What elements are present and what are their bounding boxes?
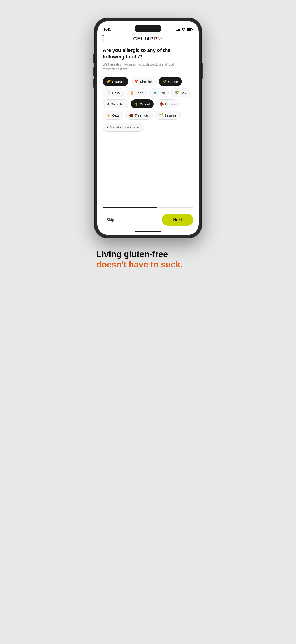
signal-bar-4 [179, 28, 180, 31]
allergy-chip-oats[interactable]: 🌾 Oats [103, 111, 123, 120]
battery-icon [187, 28, 192, 31]
soy-label: Soy [180, 91, 186, 95]
next-button[interactable]: Next [162, 214, 193, 226]
fish-label: Fish [158, 91, 165, 95]
progress-bar-track [103, 207, 193, 208]
tagline-line1: Living gluten-free [96, 249, 200, 260]
shellfish-label: Shellfish [140, 80, 153, 84]
beans-label: Beans [165, 102, 175, 106]
dairy-icon: 🥛 [107, 91, 111, 95]
eggs-icon: 🥚 [130, 91, 134, 95]
allergy-grid: 🥜 Peanuts 🦞 Shellfish 🌾 Gluten 🥛 Dairy [103, 77, 193, 120]
back-button[interactable]: ‹ [102, 36, 104, 42]
allergy-chip-beans[interactable]: 🫘 Beans [156, 100, 179, 108]
tagline: Living gluten-free doesn't have to suck. [94, 249, 202, 270]
allergy-chip-dairy[interactable]: 🥛 Dairy [103, 88, 124, 97]
allergy-chip-peanuts[interactable]: 🥜 Peanuts [103, 77, 128, 86]
wheat-label: Wheat [140, 102, 150, 106]
phone-screen: 9:41 [97, 21, 199, 235]
allergy-chip-tree-nuts[interactable]: 🌰 Tree nuts [125, 111, 153, 120]
add-allergy-button[interactable]: + Add allergy not listed [103, 123, 144, 132]
allergy-chip-soy[interactable]: 🌿 Soy [171, 88, 190, 97]
dairy-label: Dairy [112, 91, 120, 95]
wifi-icon [181, 28, 185, 32]
wheat-icon: 🌾 [135, 102, 139, 106]
sesame-label: Sesame [164, 114, 177, 117]
allergy-chip-sulphites[interactable]: ⚗ Sulphites [103, 100, 129, 108]
tree-nuts-icon: 🌰 [129, 113, 134, 117]
sesame-icon: 🌱 [159, 113, 163, 117]
sulphites-label: Sulphites [111, 102, 125, 106]
allergy-chip-shellfish[interactable]: 🦞 Shellfish [131, 77, 156, 86]
peanuts-label: Peanuts [112, 80, 125, 84]
fish-icon: 🐟 [153, 91, 157, 95]
signal-bar-3 [178, 29, 179, 31]
oats-label: Oats [112, 114, 119, 117]
signal-bars-icon [176, 28, 180, 31]
phone-wrapper: 9:41 [94, 18, 202, 238]
home-indicator [97, 229, 199, 235]
logo-dot: ♡ [158, 36, 163, 42]
allergy-chip-wheat[interactable]: 🌾 Wheat [131, 100, 153, 108]
shellfish-icon: 🦞 [134, 80, 139, 84]
allergy-chip-fish[interactable]: 🐟 Fish [149, 88, 169, 97]
tree-nuts-label: Tree nuts [135, 114, 149, 117]
peanuts-icon: 🥜 [107, 80, 111, 84]
dynamic-island [135, 25, 161, 32]
allergy-chip-eggs[interactable]: 🥚 Eggs [126, 88, 147, 97]
home-bar [135, 231, 161, 232]
allergy-chip-sesame[interactable]: 🌱 Sesame [155, 111, 180, 120]
eggs-label: Eggs [136, 91, 143, 95]
status-icons [176, 28, 192, 32]
beans-icon: 🫘 [160, 102, 164, 106]
soy-icon: 🌿 [175, 91, 179, 95]
question-subtitle: We'll use this information to guide prod… [103, 62, 193, 72]
oats-icon: 🌾 [107, 113, 111, 117]
signal-bar-1 [176, 30, 177, 31]
gluten-label: Gluten [168, 80, 178, 84]
status-time: 9:41 [104, 28, 111, 32]
allergy-chip-gluten[interactable]: 🌾 Gluten [159, 77, 182, 86]
bottom-actions: Skip Next [97, 212, 199, 229]
content-area: Are you allergic to any of the following… [97, 43, 199, 207]
logo-text: CELIAPP [133, 36, 158, 42]
question-title: Are you allergic to any of the following… [103, 47, 193, 60]
skip-button[interactable]: Skip [103, 215, 118, 225]
signal-bar-2 [177, 30, 178, 31]
battery-fill [187, 29, 191, 30]
progress-section [97, 207, 199, 212]
app-logo: CELIAPP♡ [133, 36, 162, 42]
nav-bar: ‹ CELIAPP♡ [97, 34, 199, 43]
progress-bar-fill [103, 207, 157, 208]
sulphites-icon: ⚗ [107, 102, 109, 106]
tagline-line2: doesn't have to suck. [96, 260, 200, 270]
gluten-icon: 🌾 [162, 80, 167, 84]
